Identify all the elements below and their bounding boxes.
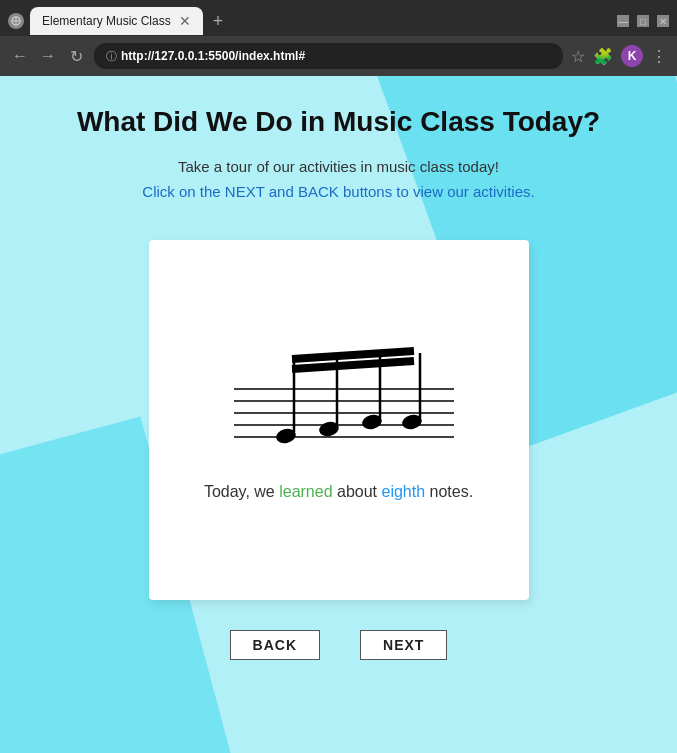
page-title: What Did We Do in Music Class Today? bbox=[77, 106, 600, 138]
caption-word1: learned bbox=[279, 483, 332, 500]
subtitle-text: Take a tour of our activities in music c… bbox=[178, 158, 499, 175]
instruction-text: Click on the NEXT and BACK buttons to vi… bbox=[142, 183, 534, 200]
minimize-button[interactable]: — bbox=[617, 15, 629, 27]
back-button[interactable]: BACK bbox=[230, 630, 320, 660]
browser-chrome: Elementary Music Class ✕ + — □ ✕ ← → ↻ ⓘ… bbox=[0, 0, 677, 76]
toolbar-right: ☆ 🧩 K ⋮ bbox=[571, 45, 667, 67]
caption-mid1: about bbox=[333, 483, 382, 500]
caption-prefix: Today, we bbox=[204, 483, 279, 500]
back-nav-button[interactable]: ← bbox=[10, 47, 30, 65]
eighth-notes-svg bbox=[214, 339, 464, 459]
lock-icon: ⓘ bbox=[106, 49, 117, 64]
extensions-icon[interactable]: 🧩 bbox=[593, 47, 613, 66]
reload-button[interactable]: ↻ bbox=[66, 47, 86, 66]
forward-nav-button[interactable]: → bbox=[38, 47, 58, 65]
next-button[interactable]: NEXT bbox=[360, 630, 447, 660]
window-controls: — □ ✕ bbox=[617, 15, 669, 27]
caption-suffix: notes. bbox=[425, 483, 473, 500]
bookmark-icon[interactable]: ☆ bbox=[571, 47, 585, 66]
url-display: http://127.0.0.1:5500/index.html# bbox=[121, 49, 305, 63]
url-input[interactable]: ⓘ http://127.0.0.1:5500/index.html# bbox=[94, 43, 563, 69]
caption-word2: eighth bbox=[381, 483, 425, 500]
address-bar: ← → ↻ ⓘ http://127.0.0.1:5500/index.html… bbox=[0, 36, 677, 76]
tab-close-button[interactable]: ✕ bbox=[179, 13, 191, 29]
user-avatar[interactable]: K bbox=[621, 45, 643, 67]
svg-line-8 bbox=[292, 351, 414, 359]
content-card: Today, we learned about eighth notes. bbox=[149, 240, 529, 600]
card-caption: Today, we learned about eighth notes. bbox=[204, 483, 473, 501]
tab-title: Elementary Music Class bbox=[42, 14, 171, 28]
new-tab-button[interactable]: + bbox=[207, 11, 230, 32]
tab-bar: Elementary Music Class ✕ + — □ ✕ bbox=[0, 0, 677, 36]
music-notation-image bbox=[214, 339, 464, 463]
navigation-buttons: BACK NEXT bbox=[230, 630, 448, 660]
active-tab[interactable]: Elementary Music Class ✕ bbox=[30, 7, 203, 35]
page-content: What Did We Do in Music Class Today? Tak… bbox=[0, 76, 677, 753]
browser-logo-icon bbox=[8, 13, 24, 29]
maximize-button[interactable]: □ bbox=[637, 15, 649, 27]
svg-line-9 bbox=[292, 361, 414, 369]
menu-icon[interactable]: ⋮ bbox=[651, 47, 667, 66]
close-button[interactable]: ✕ bbox=[657, 15, 669, 27]
